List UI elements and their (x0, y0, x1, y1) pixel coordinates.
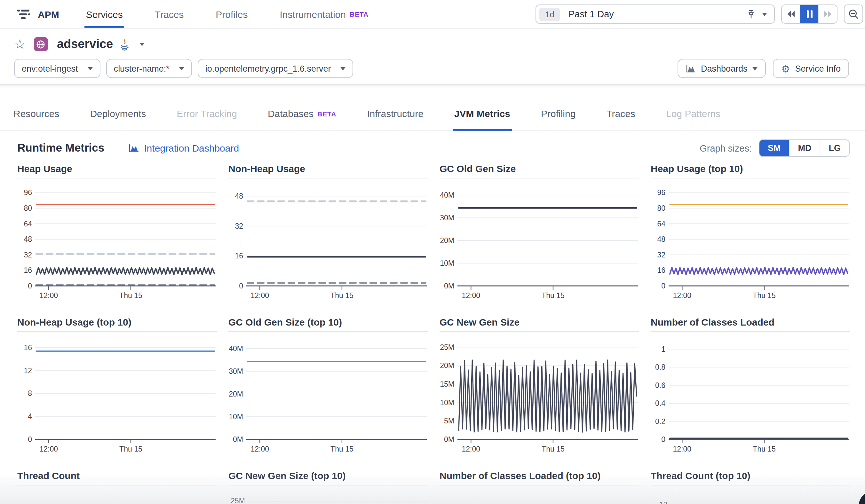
filter-pill-label: io.opentelemetry.grpc_1.6.server (205, 63, 331, 73)
chart-title: GC New Gen Size (top 10) (228, 470, 428, 482)
chart-title: GC New Gen Size (440, 317, 639, 329)
time-range-picker[interactable]: 1d Past 1 Day (535, 4, 775, 24)
forward-button[interactable] (818, 5, 837, 23)
chart-divider (17, 485, 217, 485)
filter-pill-env-otel-ingest[interactable]: env:otel-ingest (14, 59, 101, 78)
x-tick-label: 12:00 (251, 445, 269, 453)
y-tick-label: 0M (444, 282, 454, 290)
chart-title: Thread Count (top 10) (651, 470, 850, 482)
x-tick-label: Thu 15 (542, 291, 565, 300)
chart-title: Heap Usage (top 10) (651, 163, 850, 175)
chart-thread-count-top-10: Thread Count (top 10)12 (651, 470, 850, 485)
y-tick-label: 16 (657, 266, 665, 274)
chart-gc-old-gen-size: GC Old Gen Size0M10M20M30M40M12:00Thu 15 (440, 163, 639, 303)
y-tick-label: 30M (229, 367, 243, 375)
chart-plot[interactable]: 016324864809612:00Thu 15 (651, 178, 850, 303)
y-tick-label: 64 (24, 220, 32, 228)
nav-item-label: Instrumentation (280, 9, 346, 20)
chart-number-of-classes-loaded-top-10: Number of Classes Loaded (top 10) (440, 470, 639, 485)
chart-plot[interactable]: 0M10M20M30M40M12:00Thu 15 (228, 332, 428, 456)
y-tick-label: 0 (661, 435, 665, 444)
service-info-button[interactable]: ⚙ Service Info (773, 59, 849, 78)
pause-button[interactable] (800, 5, 818, 23)
x-tick-label: Thu 15 (753, 445, 776, 453)
tab-error-tracking[interactable]: Error Tracking (177, 96, 237, 130)
y-tick-label: 15M (440, 380, 454, 388)
nav-item-instrumentation[interactable]: InstrumentationBETA (280, 0, 369, 28)
zoom-out-button[interactable] (844, 4, 863, 24)
filter-pill-io-opentelemetry-grpc-1-6-server[interactable]: io.opentelemetry.grpc_1.6.server (198, 59, 354, 78)
y-tick-label: 40M (229, 344, 243, 353)
chart-plot[interactable]: 0M10M20M30M40M12:00Thu 15 (440, 178, 639, 303)
integration-dashboard-label: Integration Dashboard (144, 143, 239, 153)
chart-non-heap-usage: Non-Heap Usage016324812:00Thu 15 (228, 163, 428, 303)
tab-resources[interactable]: Resources (13, 96, 59, 130)
y-tick-label: 32 (24, 251, 32, 259)
chart-gc-old-gen-size-top-10: GC Old Gen Size (top 10)0M10M20M30M40M12… (228, 317, 428, 456)
series-heap-used (36, 267, 214, 274)
rewind-icon (786, 10, 795, 18)
service-header: ☆ adservice env:otel-ingestcluster-name:… (0, 28, 865, 85)
tab-databases[interactable]: DatabasesBETA (268, 96, 336, 130)
y-tick-label: 20M (440, 361, 454, 370)
graph-size-lg[interactable]: LG (820, 140, 849, 156)
rewind-button[interactable] (782, 5, 800, 23)
tab-jvm-metrics[interactable]: JVM Metrics (454, 96, 510, 130)
graph-size-sm[interactable]: SM (759, 140, 789, 156)
chart-plot[interactable]: 016324864809612:00Thu 15 (17, 178, 217, 303)
chart-title: Non-Heap Usage (top 10) (17, 317, 217, 329)
tab-log-patterns[interactable]: Log Patterns (666, 96, 720, 130)
y-tick-label: 0 (28, 282, 32, 290)
chart-plot[interactable]: 00.20.40.60.8112:00Thu 15 (651, 332, 850, 456)
nav-menu-icon[interactable] (17, 9, 30, 20)
chevron-down-icon[interactable] (762, 12, 767, 16)
service-chevron-down-icon[interactable] (139, 43, 144, 46)
x-tick-label: Thu 15 (331, 291, 354, 300)
dashboards-button[interactable]: Dashboards (678, 59, 766, 78)
tab-deployments[interactable]: Deployments (90, 96, 146, 130)
graph-size-md[interactable]: MD (789, 140, 820, 156)
filter-pill-label: env:otel-ingest (22, 63, 78, 73)
x-tick-label: 12:00 (462, 445, 481, 453)
nav-item-traces[interactable]: Traces (155, 0, 184, 28)
chart-gc-new-gen-size: GC New Gen Size0M5M10M15M20M25M12:00Thu … (440, 317, 639, 456)
y-tick-label: 16 (24, 343, 32, 352)
x-tick-label: Thu 15 (119, 291, 142, 300)
y-tick-label: 0.2 (655, 417, 665, 426)
x-tick-label: 12:00 (40, 291, 58, 300)
y-tick-label: 0.6 (655, 381, 665, 389)
gridline (248, 501, 428, 501)
chart-plot[interactable]: 0M5M10M15M20M25M12:00Thu 15 (440, 332, 639, 456)
chart-plot[interactable]: 016324812:00Thu 15 (228, 178, 428, 303)
filter-pill-cluster-name[interactable]: cluster-name:* (106, 59, 192, 78)
tab-infrastructure[interactable]: Infrastructure (367, 96, 424, 130)
service-title-row: ☆ adservice (14, 33, 144, 55)
y-tick-label: 8 (28, 389, 32, 398)
chart-title: Heap Usage (17, 163, 217, 175)
chart-number-of-classes-loaded: Number of Classes Loaded00.20.40.60.8112… (651, 317, 850, 456)
integration-dashboard-link[interactable]: Integration Dashboard (129, 143, 239, 153)
chart-plot[interactable]: 048121612:00Thu 15 (17, 332, 217, 456)
nav-item-services[interactable]: Services (86, 0, 123, 28)
fast-forward-icon (823, 10, 832, 18)
beta-badge: BETA (350, 10, 369, 18)
chart-title: Number of Classes Loaded (top 10) (440, 470, 639, 482)
tab-profiling[interactable]: Profiling (541, 96, 576, 130)
y-tick-label: 40M (440, 191, 454, 199)
integration-dashboard-icon (129, 144, 139, 153)
pin-icon[interactable] (747, 9, 756, 19)
chart-divider (440, 485, 639, 485)
nav-item-profiles[interactable]: Profiles (216, 0, 247, 28)
service-type-tile (34, 37, 48, 51)
time-range-chip[interactable]: 1d (539, 7, 560, 21)
favorite-star-icon[interactable]: ☆ (14, 38, 26, 50)
y-tick-label: 12 (24, 366, 32, 375)
y-tick-label: 10M (229, 412, 243, 421)
runtime-header-row: Runtime Metrics Integration Dashboard Gr… (17, 139, 850, 157)
chart-title: Number of Classes Loaded (651, 317, 850, 329)
y-tick-label: 5M (444, 417, 454, 425)
tab-traces[interactable]: Traces (606, 96, 635, 130)
scope-filters: env:otel-ingestcluster-name:*io.opentele… (14, 59, 353, 78)
dashboards-chevron-icon (753, 67, 758, 70)
y-tick-label: 64 (657, 220, 665, 228)
